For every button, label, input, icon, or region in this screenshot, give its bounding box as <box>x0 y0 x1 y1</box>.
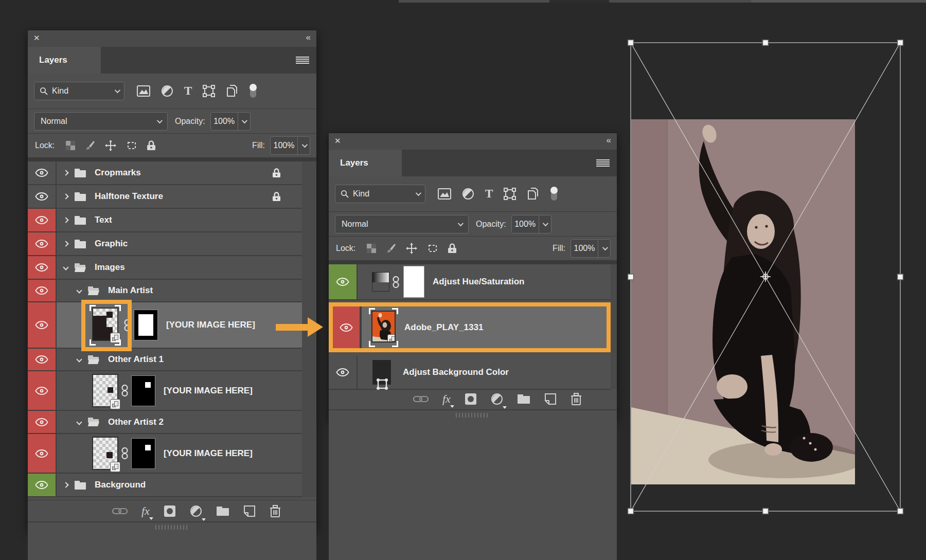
layer-row-main-artist[interactable]: Main Artist <box>28 280 302 302</box>
blend-mode-dropdown[interactable]: Normal <box>335 215 469 233</box>
visibility-eye-toggle[interactable] <box>28 474 57 496</box>
lock-artboard-icon[interactable] <box>126 140 137 151</box>
add-layer-mask-button[interactable] <box>164 505 176 517</box>
opacity-field[interactable]: 100% <box>511 215 551 233</box>
layer-row-adjust-background-color[interactable]: Adjust Background Color <box>329 356 611 390</box>
layer-row-your-image-here-main[interactable]: [YOUR IMAGE HERE] <box>28 302 302 349</box>
filter-smart-objects-icon[interactable] <box>527 187 539 201</box>
lock-all-icon[interactable] <box>147 140 155 151</box>
layer-thumbnail[interactable] <box>92 374 118 407</box>
fill-layer-thumbnail[interactable] <box>372 359 391 385</box>
lock-paint-brush-icon[interactable] <box>85 140 95 151</box>
layer-row-other-artist-1[interactable]: Other Artist 1 <box>28 349 302 371</box>
collapse-panel-icon[interactable]: « <box>607 135 611 146</box>
visibility-eye-toggle[interactable] <box>28 256 57 279</box>
visibility-eye-toggle[interactable] <box>329 356 358 389</box>
layer-style-fx-button[interactable]: fx <box>141 506 150 516</box>
new-group-folder-button[interactable] <box>216 506 229 516</box>
link-layers-button[interactable] <box>413 395 429 403</box>
collapse-chevron-icon[interactable] <box>76 287 82 293</box>
filter-toggle-icon[interactable] <box>550 186 558 202</box>
link-layers-button[interactable] <box>112 508 128 515</box>
layer-row-your-image-here-2[interactable]: [YOUR IMAGE HERE] <box>28 371 302 411</box>
expand-chevron-icon[interactable] <box>63 482 68 487</box>
panel-menu-icon[interactable] <box>596 159 610 167</box>
layer-row-halftone-texture[interactable]: Halftone Texture <box>28 185 302 209</box>
kind-filter-dropdown[interactable]: Kind <box>335 185 425 203</box>
layer-thumbnail[interactable] <box>92 308 118 341</box>
filter-pixel-layers-icon[interactable] <box>137 85 150 97</box>
visibility-eye-toggle[interactable] <box>28 371 57 410</box>
expand-chevron-icon[interactable] <box>63 193 68 199</box>
lock-position-move-icon[interactable] <box>105 140 116 151</box>
filter-smart-objects-icon[interactable] <box>226 84 238 98</box>
delete-layer-trash-button[interactable] <box>270 505 281 517</box>
visibility-eye-toggle[interactable] <box>28 185 57 208</box>
lock-position-move-icon[interactable] <box>406 243 417 254</box>
lock-paint-brush-icon[interactable] <box>386 243 396 254</box>
layer-row-background[interactable]: Background <box>28 474 302 497</box>
collapse-chevron-icon[interactable] <box>63 264 68 270</box>
visibility-eye-toggle[interactable] <box>28 232 57 255</box>
panel-resize-grip[interactable] <box>329 409 617 560</box>
layer-row-other-artist-2[interactable]: Other Artist 2 <box>28 411 302 434</box>
filter-shape-layers-icon[interactable] <box>203 85 215 97</box>
filter-pixel-layers-icon[interactable] <box>438 188 451 200</box>
lock-transparency-icon[interactable] <box>66 141 75 150</box>
document-photo[interactable] <box>631 119 855 484</box>
lock-artboard-icon[interactable] <box>427 243 438 254</box>
layer-row-graphic[interactable]: Graphic <box>28 232 302 256</box>
filter-shape-layers-icon[interactable] <box>504 188 516 200</box>
layer-row-adjust-hue-saturation[interactable]: Adjust Hue/Saturation <box>329 264 611 300</box>
new-adjustment-layer-button[interactable] <box>190 505 202 517</box>
filter-adjustment-layers-icon[interactable] <box>161 85 173 97</box>
layer-row-your-image-here-3[interactable]: [YOUR IMAGE HERE] <box>28 434 302 474</box>
layer-row-adobe-play-1331[interactable]: Adobe_PLAY_1331 <box>329 302 611 352</box>
layer-thumbnail[interactable] <box>92 437 118 470</box>
close-icon[interactable]: ✕ <box>334 136 341 146</box>
smart-object-thumbnail-frame[interactable] <box>369 308 398 347</box>
lock-all-icon[interactable] <box>448 243 456 254</box>
expand-chevron-icon[interactable] <box>63 170 68 175</box>
visibility-eye-toggle[interactable] <box>28 434 57 473</box>
new-adjustment-layer-button[interactable] <box>491 393 503 405</box>
link-mask-icon[interactable] <box>393 276 399 288</box>
layer-mask-thumbnail[interactable] <box>131 438 155 469</box>
fill-field[interactable]: 100% <box>270 136 310 155</box>
lock-transparency-icon[interactable] <box>367 244 376 253</box>
opacity-field[interactable]: 100% <box>210 112 251 131</box>
new-layer-button[interactable] <box>544 393 557 405</box>
filter-type-layers-icon[interactable]: T <box>184 84 192 98</box>
panel-resize-grip[interactable] <box>28 521 316 560</box>
layer-style-fx-button[interactable]: fx <box>442 394 451 404</box>
kind-filter-dropdown[interactable]: Kind <box>34 82 124 100</box>
filter-adjustment-layers-icon[interactable] <box>462 188 474 200</box>
add-layer-mask-button[interactable] <box>465 393 477 405</box>
layer-row-text[interactable]: Text <box>28 209 302 232</box>
delete-layer-trash-button[interactable] <box>571 393 582 405</box>
layer-mask-thumbnail[interactable] <box>134 310 158 340</box>
tab-layers[interactable]: Layers <box>28 47 101 74</box>
new-layer-button[interactable] <box>243 505 256 517</box>
fill-field[interactable]: 100% <box>571 239 611 258</box>
visibility-eye-toggle[interactable] <box>28 349 57 370</box>
layer-mask-thumbnail[interactable] <box>403 266 424 298</box>
new-group-folder-button[interactable] <box>517 394 530 404</box>
layer-row-cropmarks[interactable]: Cropmarks <box>28 161 302 185</box>
visibility-eye-toggle[interactable] <box>333 306 361 348</box>
link-mask-icon[interactable] <box>121 447 128 459</box>
expand-chevron-icon[interactable] <box>63 217 68 223</box>
layer-thumbnail[interactable] <box>371 311 396 342</box>
tab-layers[interactable]: Layers <box>329 150 402 176</box>
visibility-eye-toggle[interactable] <box>329 264 358 299</box>
smart-object-thumbnail-frame[interactable] <box>90 305 121 346</box>
filter-type-layers-icon[interactable]: T <box>485 187 493 201</box>
close-icon[interactable]: ✕ <box>33 33 40 43</box>
blend-mode-dropdown[interactable]: Normal <box>34 112 168 131</box>
filter-toggle-icon[interactable] <box>249 83 257 99</box>
expand-chevron-icon[interactable] <box>63 241 68 246</box>
link-mask-icon[interactable] <box>121 385 128 396</box>
collapse-chevron-icon[interactable] <box>76 356 82 362</box>
link-mask-icon[interactable] <box>124 319 131 331</box>
panel-menu-icon[interactable] <box>296 57 309 64</box>
